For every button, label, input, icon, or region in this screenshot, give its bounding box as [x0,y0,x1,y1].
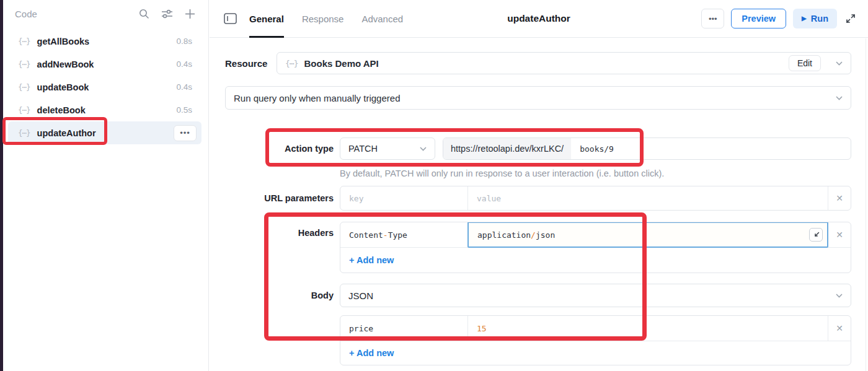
http-method-select[interactable]: PATCH [340,137,435,160]
delete-row-icon[interactable]: ✕ [828,186,851,210]
chevron-down-icon [836,96,843,100]
query-label: updateAuthor [37,128,96,138]
query-item-addNewBook[interactable]: {⋯} addNewBook 0.4s [8,53,202,76]
resource-value: Books Demo API [304,58,378,69]
query-runtime: 0.4s [176,82,197,92]
resource-row: Resource {⋯} Books Demo API Edit [225,52,851,74]
query-editor-panel: General Response Advanced updateAuthor •… [210,0,868,371]
edit-resource-button[interactable]: Edit [789,55,821,71]
headers-editor: Content-Type application/json ✕ + Add ne… [340,222,851,273]
preview-button[interactable]: Preview [731,9,786,28]
delete-row-icon[interactable]: ✕ [828,222,851,247]
retool-query-editor: Code {⋯} getAllBooks 0.8s {⋯} [0,0,868,371]
url-parameter-row: ✕ [340,186,851,210]
header-key-cell[interactable]: Content-Type [340,222,468,247]
editor-header: General Response Advanced updateAuthor •… [210,0,868,38]
method-value: PATCH [348,144,378,154]
resource-braces-icon: {⋯} [285,59,298,68]
run-trigger-select[interactable]: Run query only when manually triggered [225,86,851,110]
tab-advanced[interactable]: Advanced [361,0,403,38]
query-item-updateAuthor[interactable]: {⋯} updateAuthor ••• [8,121,202,144]
query-title: updateAuthor [507,13,570,24]
query-braces-icon: {⋯} [18,59,30,69]
url-input[interactable]: https://retoolapi.dev/kxrLKC/ books/9 [443,137,851,160]
header-row: Content-Type application/json ✕ [340,222,851,248]
body-format-row: Body JSON [225,284,851,307]
param-value-input[interactable] [477,194,819,203]
filter-sliders-icon[interactable] [161,7,173,20]
query-label: addNewBook [37,59,94,69]
add-new-header-link[interactable]: + Add new [349,255,394,265]
query-item-updateBook[interactable]: {⋯} updateBook 0.4s [8,76,202,98]
action-type-row: Action type PATCH https://retoolapi.dev/… [225,137,851,160]
header-value-cell[interactable]: application/json [467,222,828,248]
query-braces-icon: {⋯} [18,128,30,137]
open-editor-icon[interactable] [809,228,823,242]
panel-toggle-icon[interactable] [224,12,237,25]
chevron-down-icon [836,61,843,66]
param-key-input[interactable] [349,194,459,203]
action-type-label: Action type [225,144,340,154]
headers-row: Headers Content-Type application/json ✕ [225,222,851,273]
sidebar-header: Code [3,0,208,25]
resource-select[interactable]: {⋯} Books Demo API Edit [277,52,851,74]
chevron-down-icon [836,294,843,298]
url-path[interactable]: books/9 [571,138,622,159]
url-prefix: https://retoolapi.dev/kxrLKC/ [443,138,571,159]
tab-general[interactable]: General [249,0,284,38]
run-button[interactable]: ▶ Run [793,9,837,28]
general-tab-content: Resource {⋯} Books Demo API Edit Run que… [210,38,868,365]
delete-row-icon[interactable]: ✕ [828,316,851,341]
param-key-cell[interactable] [340,186,468,210]
headers-label: Headers [225,222,340,238]
body-param-row: price 15 ✕ [340,316,851,341]
code-sidebar: Code {⋯} getAllBooks 0.8s {⋯} [3,0,209,371]
resource-label: Resource [225,58,277,69]
trigger-value: Run query only when manually triggered [234,93,400,103]
query-braces-icon: {⋯} [18,105,30,115]
body-editor: price 15 ✕ + Add new [340,315,851,365]
url-parameters-row: URL parameters ✕ [225,186,851,211]
add-new-body-link[interactable]: + Add new [349,348,394,358]
url-parameters-editor: ✕ [340,186,851,211]
body-kv-spacer [225,315,340,321]
query-label: getAllBooks [37,37,90,46]
query-label: updateBook [37,82,89,92]
expand-icon[interactable] [844,12,857,25]
query-runtime: 0.4s [176,59,197,69]
method-helper-text: By default, PATCH will only run in respo… [340,168,851,178]
query-label: deleteBook [37,105,86,115]
query-item-getAllBooks[interactable]: {⋯} getAllBooks 0.8s [8,30,202,53]
body-label: Body [225,290,340,300]
add-new-row: + Add new [340,341,851,365]
body-format-value: JSON [348,290,373,301]
query-more-button[interactable]: ••• [174,125,197,141]
more-options-button[interactable]: ••• [701,9,724,28]
query-runtime: 0.5s [176,105,197,115]
query-runtime: 0.8s [176,37,197,46]
query-list: {⋯} getAllBooks 0.8s {⋯} addNewBook 0.4s… [3,25,208,144]
url-parameters-label: URL parameters [225,193,340,203]
body-value-cell[interactable]: 15 [468,316,828,341]
add-query-icon[interactable] [184,7,196,20]
body-key-cell[interactable]: price [340,316,468,341]
body-kv-row: price 15 ✕ + Add new [225,315,851,365]
search-icon[interactable] [138,7,150,20]
sidebar-title: Code [15,9,37,19]
scroll-gutter-line [866,38,866,371]
run-label: Run [811,14,828,24]
editor-tabs: General Response Advanced [249,0,421,38]
chevron-down-icon [420,147,427,151]
query-item-deleteBook[interactable]: {⋯} deleteBook 0.5s [8,98,202,121]
query-braces-icon: {⋯} [18,37,30,46]
body-format-select[interactable]: JSON [340,284,851,307]
tab-response[interactable]: Response [302,0,344,38]
query-braces-icon: {⋯} [18,82,30,92]
add-new-row: + Add new [340,248,851,273]
header-actions: ••• Preview ▶ Run [701,9,868,28]
param-value-cell[interactable] [468,186,828,210]
